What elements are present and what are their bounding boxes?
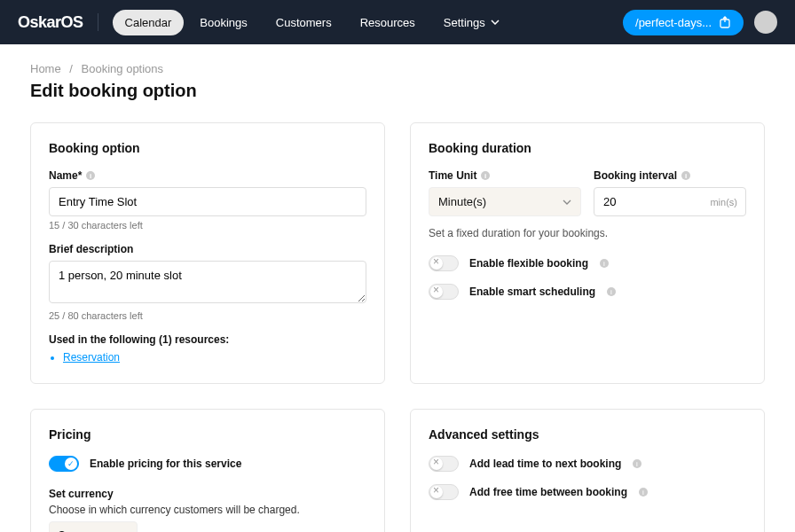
- desc-input[interactable]: [49, 261, 366, 303]
- svg-text:i: i: [484, 172, 486, 180]
- advanced-title: Advanced settings: [429, 427, 746, 442]
- info-icon: i: [632, 458, 642, 469]
- avatar[interactable]: [754, 11, 777, 34]
- free-row: Add free time between booking i: [429, 484, 746, 500]
- breadcrumb-options: Booking options: [82, 62, 164, 75]
- info-icon: i: [681, 170, 691, 181]
- pricing-card: Pricing Enable pricing for this service …: [30, 409, 385, 532]
- name-input[interactable]: [49, 187, 366, 216]
- free-toggle[interactable]: [429, 484, 459, 500]
- smart-row: Enable smart scheduling i: [429, 284, 746, 300]
- booking-option-title: Booking option: [49, 141, 366, 155]
- resource-link[interactable]: Reservation: [63, 351, 366, 364]
- svg-text:i: i: [636, 460, 638, 468]
- svg-text:i: i: [90, 172, 91, 180]
- svg-text:i: i: [603, 260, 605, 268]
- info-icon: i: [606, 286, 617, 297]
- logo-divider: [98, 13, 98, 31]
- header-right: /perfect-days...: [623, 10, 777, 35]
- smart-toggle[interactable]: [429, 284, 459, 300]
- flexible-label: Enable flexible booking: [469, 257, 588, 270]
- svg-text:i: i: [642, 489, 644, 497]
- desc-field: Brief description 25 / 80 characters lef…: [49, 243, 366, 321]
- share-label: /perfect-days...: [635, 16, 712, 29]
- info-icon: i: [85, 170, 96, 181]
- breadcrumb-sep: /: [69, 62, 73, 75]
- duration-row: Time Unit i Minute(s) Booking interval i: [429, 169, 746, 216]
- interval-col: Booking interval i min(s): [594, 169, 746, 216]
- time-unit-select[interactable]: Minute(s): [429, 187, 581, 216]
- desc-label: Brief description: [49, 243, 366, 255]
- svg-text:i: i: [685, 172, 687, 180]
- content: Home / Booking options Edit booking opti…: [0, 44, 795, 532]
- currency-hint: Choose in which currency customers will …: [49, 504, 366, 516]
- time-unit-label: Time Unit i: [429, 169, 581, 182]
- free-label: Add free time between booking: [469, 486, 627, 498]
- duration-title: Booking duration: [429, 141, 746, 155]
- nav-calendar[interactable]: Calendar: [113, 10, 185, 35]
- interval-wrapper: min(s): [594, 187, 746, 216]
- breadcrumb: Home / Booking options: [30, 62, 765, 75]
- card-grid: Booking option Name* i 15 / 30 character…: [30, 122, 765, 532]
- share-icon: [719, 16, 731, 28]
- flexible-row: Enable flexible booking i: [429, 255, 746, 271]
- interval-suffix: min(s): [710, 197, 737, 207]
- lead-toggle[interactable]: [429, 456, 459, 472]
- logo: OskarOS: [18, 13, 83, 32]
- svg-text:i: i: [610, 288, 612, 296]
- info-icon: i: [480, 170, 491, 181]
- name-helper: 15 / 30 characters left: [49, 220, 366, 231]
- header-left: OskarOS Calendar Bookings Customers Reso…: [18, 10, 512, 35]
- nav-bookings[interactable]: Bookings: [187, 10, 259, 35]
- desc-helper: 25 / 80 characters left: [49, 310, 366, 321]
- enable-pricing-toggle[interactable]: [49, 456, 79, 472]
- duration-hint: Set a fixed duration for your bookings.: [429, 227, 746, 239]
- main-nav: Calendar Bookings Customers Resources Se…: [113, 10, 512, 35]
- breadcrumb-home[interactable]: Home: [30, 62, 61, 75]
- currency-label: Set currency: [49, 488, 366, 500]
- booking-option-card: Booking option Name* i 15 / 30 character…: [30, 122, 385, 384]
- advanced-card: Advanced settings Add lead time to next …: [410, 409, 765, 532]
- lead-row: Add lead time to next booking i: [429, 456, 746, 472]
- pricing-title: Pricing: [49, 427, 366, 442]
- booking-duration-card: Booking duration Time Unit i Minute(s) B…: [410, 122, 765, 384]
- currency-select[interactable]: $: [49, 521, 138, 532]
- info-icon: i: [599, 258, 610, 269]
- name-field: Name* i 15 / 30 characters left: [49, 169, 366, 231]
- name-label: Name* i: [49, 169, 366, 182]
- time-unit-col: Time Unit i Minute(s): [429, 169, 581, 216]
- page-title: Edit booking option: [30, 81, 765, 101]
- chevron-down-icon: [491, 20, 500, 25]
- chevron-down-icon: [563, 200, 571, 205]
- nav-settings[interactable]: Settings: [431, 10, 512, 35]
- lead-label: Add lead time to next booking: [469, 458, 621, 470]
- top-header: OskarOS Calendar Bookings Customers Reso…: [0, 0, 795, 44]
- enable-pricing-row: Enable pricing for this service: [49, 456, 366, 472]
- enable-pricing-label: Enable pricing for this service: [90, 458, 241, 470]
- used-in-label: Used in the following (1) resources:: [49, 333, 366, 346]
- interval-label: Booking interval i: [594, 169, 746, 182]
- nav-resources[interactable]: Resources: [348, 10, 428, 35]
- info-icon: i: [638, 487, 649, 497]
- nav-settings-label: Settings: [444, 16, 485, 29]
- smart-label: Enable smart scheduling: [469, 286, 595, 298]
- nav-customers[interactable]: Customers: [264, 10, 344, 35]
- flexible-toggle[interactable]: [429, 255, 459, 271]
- share-button[interactable]: /perfect-days...: [623, 10, 744, 35]
